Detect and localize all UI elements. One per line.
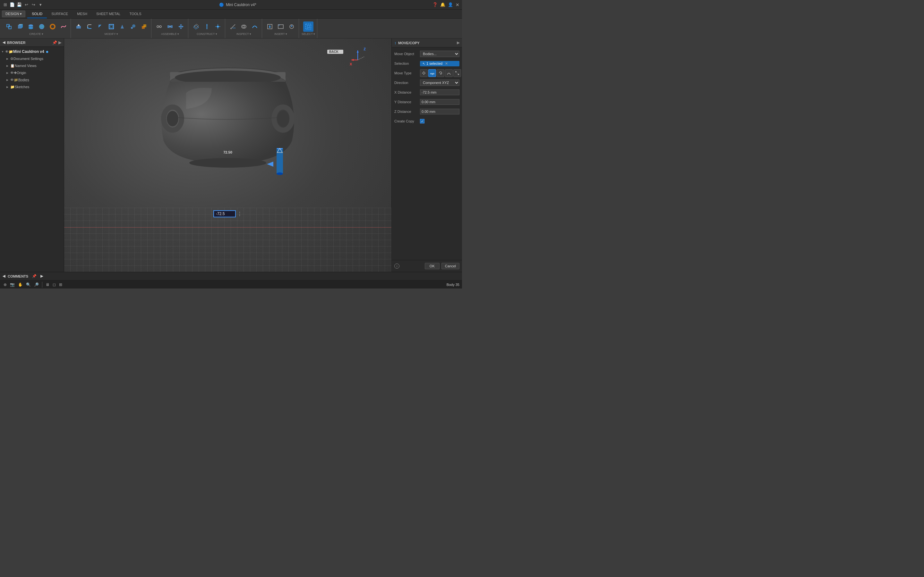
coil-btn[interactable] <box>58 21 69 32</box>
tree-item-root[interactable]: ▼ 👁 📁 Mini Cauldron v4 ⏺ <box>0 48 64 55</box>
named-views-arrow[interactable]: ▶ <box>6 64 10 67</box>
cancel-button[interactable]: Cancel <box>441 263 459 269</box>
component-xyz-btn[interactable]: xyz <box>428 69 436 77</box>
capture-btn[interactable]: 📷 <box>9 282 16 287</box>
cylinder-btn[interactable] <box>26 21 36 32</box>
tree-item-origin[interactable]: ▶ 👁 ✚ Origin <box>0 69 64 76</box>
more-options-icon[interactable]: ⋮ <box>237 211 242 217</box>
sphere-btn[interactable] <box>37 21 47 32</box>
point-to-point-btn[interactable] <box>453 69 461 77</box>
dimension-input[interactable]: -72.5 <box>213 210 236 218</box>
tab-tools[interactable]: TOOLS <box>125 10 145 18</box>
insert-label[interactable]: INSERT ▾ <box>274 32 287 35</box>
select-label[interactable]: SELECT ▾ <box>302 32 315 35</box>
tree-item-doc-settings[interactable]: ▶ ⚙ Document Settings <box>0 55 64 62</box>
root-arrow[interactable]: ▼ <box>1 50 5 53</box>
free-move-btn[interactable] <box>420 69 428 77</box>
browser-expand-icon[interactable]: ▶ <box>58 40 61 45</box>
search-btn[interactable]: 🔎 <box>33 282 40 287</box>
new-component-btn[interactable] <box>4 21 14 32</box>
insert-btn[interactable] <box>265 21 275 32</box>
tab-surface[interactable]: SURFACE <box>47 10 73 18</box>
display-mode-btn[interactable]: 🖥 <box>45 282 50 287</box>
tree-item-bodies[interactable]: ▶ 👁 📁 Bodies <box>0 76 64 83</box>
render-btn[interactable]: ◻ <box>52 282 57 287</box>
x-distance-input[interactable]: -72.5 mm <box>420 89 459 95</box>
close-button[interactable]: ✕ <box>456 2 459 7</box>
point-btn[interactable] <box>213 21 223 32</box>
expand-comments-icon[interactable]: ▶ <box>40 274 43 278</box>
joint-btn[interactable] <box>154 21 164 32</box>
box-btn[interactable] <box>15 21 25 32</box>
origin-eye-icon[interactable]: 👁 <box>10 71 14 75</box>
redo-icon[interactable]: ↪ <box>31 2 36 7</box>
assemble-label[interactable]: ASSEMBLE ▾ <box>161 32 179 35</box>
zoom-btn[interactable]: 🔍 <box>25 282 32 287</box>
measure-btn[interactable]: mm <box>228 21 238 32</box>
offset-plane-btn[interactable] <box>191 21 201 32</box>
help-icon[interactable]: ❓ <box>433 2 438 7</box>
undo-icon[interactable]: ↩ <box>24 2 29 7</box>
torus-btn[interactable] <box>47 21 58 32</box>
combine-btn[interactable] <box>139 21 149 32</box>
axis-btn[interactable] <box>202 21 212 32</box>
browser-pin-icon[interactable]: 📌 <box>52 40 57 45</box>
scale-btn[interactable] <box>128 21 138 32</box>
movecopy-collapse-icon[interactable]: ▶ <box>457 41 459 45</box>
shell-btn[interactable] <box>106 21 116 32</box>
construct-label[interactable]: CONSTRUCT ▾ <box>197 32 217 35</box>
app-grid-icon[interactable]: ⊞ <box>3 2 8 7</box>
draft-btn[interactable] <box>117 21 128 32</box>
create-label[interactable]: CREATE ▾ <box>29 32 43 35</box>
selection-badge[interactable]: ↖ 1 selected ✕ <box>420 61 459 66</box>
chamfer-btn[interactable] <box>95 21 105 32</box>
snap-btn[interactable]: ⊕ <box>3 282 8 287</box>
info-icon[interactable]: i <box>394 263 399 269</box>
interference-btn[interactable] <box>239 21 249 32</box>
tab-solid[interactable]: SOLID <box>27 10 47 18</box>
clear-selection-btn[interactable]: ✕ <box>445 61 448 66</box>
tree-item-sketches[interactable]: ▶ 📁 Sketches <box>0 83 64 90</box>
move-btn[interactable] <box>176 21 186 32</box>
move-object-select[interactable]: Bodies... Components... Faces... Vertice… <box>420 51 459 57</box>
origin-arrow[interactable]: ▶ <box>6 71 10 74</box>
inspect-label[interactable]: INSPECT ▾ <box>236 32 251 35</box>
more-icon[interactable]: ▾ <box>38 2 43 7</box>
direction-select[interactable]: Component XYZ World XYZ Along Edge Norma… <box>420 79 459 86</box>
collapse-comments-icon[interactable]: ◀ <box>3 274 5 278</box>
y-distance-input[interactable]: 0.00 mm <box>420 99 459 105</box>
tab-sheetmetal[interactable]: SHEET METAL <box>92 10 125 18</box>
dimension-input-overlay[interactable]: -72.5 ⋮ <box>213 210 242 218</box>
press-pull-btn[interactable] <box>73 21 84 32</box>
tree-item-named-views[interactable]: ▶ 📋 Named Views <box>0 62 64 69</box>
decal-btn[interactable] <box>286 21 297 32</box>
select-btn[interactable] <box>303 21 313 32</box>
pan-btn[interactable]: ✋ <box>17 282 24 287</box>
z-distance-input[interactable]: 0.00 mm <box>420 109 459 114</box>
bodies-eye-icon[interactable]: 👁 <box>10 78 14 82</box>
move-arrows[interactable] <box>267 148 292 187</box>
ok-button[interactable]: OK <box>425 263 439 269</box>
viewport[interactable]: 72.50 BACK Z X <box>64 39 391 272</box>
eye-icon[interactable]: 👁 <box>5 50 9 53</box>
bodies-arrow[interactable]: ▶ <box>6 79 10 81</box>
modify-label[interactable]: MODIFY ▾ <box>105 32 118 35</box>
sketches-arrow[interactable]: ▶ <box>6 85 10 89</box>
notification-icon[interactable]: 🔔 <box>440 2 445 7</box>
fillet-btn[interactable] <box>84 21 95 32</box>
design-button[interactable]: DESIGN ▾ <box>2 11 25 17</box>
grid-btn[interactable]: ⊞ <box>58 282 63 287</box>
create-copy-checkbox[interactable]: ✓ <box>420 119 425 123</box>
curvature-btn[interactable] <box>250 21 260 32</box>
tab-mesh[interactable]: MESH <box>73 10 92 18</box>
rigid-group-btn[interactable] <box>165 21 175 32</box>
arc-btn[interactable] <box>445 69 453 77</box>
rotate-btn[interactable] <box>437 69 444 77</box>
pin-icon[interactable]: 📌 <box>32 274 37 278</box>
collapse-icon[interactable]: ◀ <box>3 40 5 45</box>
doc-settings-arrow[interactable]: ▶ <box>6 57 10 60</box>
canvas-btn[interactable] <box>276 21 286 32</box>
save-icon[interactable]: 💾 <box>17 2 22 7</box>
file-icon[interactable]: 📄 <box>10 2 15 7</box>
user-icon[interactable]: 👤 <box>448 2 453 7</box>
